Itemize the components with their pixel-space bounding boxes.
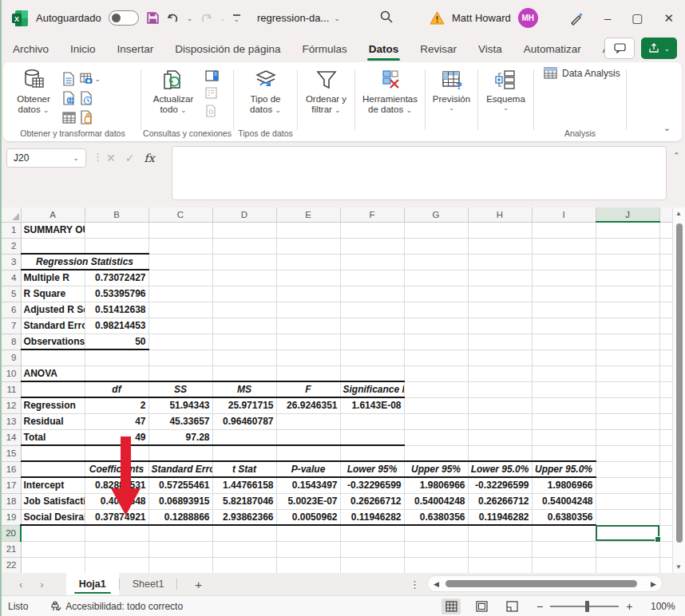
cell-J12[interactable] bbox=[596, 397, 659, 413]
cell-C14[interactable]: 97.28 bbox=[148, 429, 212, 445]
tab-datos[interactable]: Datos bbox=[369, 43, 399, 55]
row-header-21[interactable]: 21 bbox=[0, 541, 21, 557]
cell-F2[interactable] bbox=[340, 238, 404, 254]
cell-A1[interactable]: SUMMARY OUTPUT bbox=[21, 222, 85, 238]
cell-F16[interactable]: Lower 95% bbox=[340, 461, 404, 477]
cell-F21[interactable] bbox=[340, 541, 404, 557]
sort-filter-button[interactable]: Ordenar y filtrar ⌄ bbox=[298, 62, 354, 116]
share-button[interactable]: ⌄ bbox=[641, 38, 677, 59]
outline-button[interactable]: Esquema ⌄ bbox=[478, 62, 533, 112]
cell-F9[interactable] bbox=[340, 349, 404, 365]
cell-E19[interactable]: 0.0050962 bbox=[276, 509, 340, 525]
zoom-level[interactable]: 100% bbox=[651, 601, 675, 612]
cell-E11[interactable]: F bbox=[276, 381, 340, 397]
cell-A17[interactable]: Intercept bbox=[21, 477, 85, 493]
row-header-19[interactable]: 19 bbox=[0, 509, 21, 525]
tab-bar-options-icon[interactable]: ⋮ bbox=[410, 578, 420, 590]
zoom-slider[interactable] bbox=[550, 606, 619, 607]
sheet-tab-hoja1[interactable]: Hoja1 bbox=[66, 573, 119, 595]
cell-I12[interactable] bbox=[532, 397, 596, 413]
from-picture-icon[interactable]: ⌄ bbox=[80, 69, 101, 89]
cell-H11[interactable] bbox=[468, 381, 532, 397]
normal-view-button[interactable] bbox=[441, 598, 461, 614]
cell-C10[interactable] bbox=[148, 365, 212, 381]
cell-H12[interactable] bbox=[468, 397, 532, 413]
cell-H7[interactable] bbox=[468, 318, 532, 334]
cell-E1[interactable] bbox=[276, 222, 340, 238]
cell-J15[interactable] bbox=[596, 445, 659, 461]
cell-F13[interactable] bbox=[340, 413, 404, 429]
cell-D2[interactable] bbox=[212, 238, 276, 254]
cell-E20[interactable] bbox=[276, 525, 340, 541]
cell-A13[interactable]: Residual bbox=[21, 413, 85, 429]
cell-J16[interactable] bbox=[596, 461, 659, 477]
select-all-corner[interactable] bbox=[0, 207, 21, 222]
row-header-3[interactable]: 3 bbox=[0, 254, 21, 270]
cell-G16[interactable]: Upper 95% bbox=[404, 461, 468, 477]
cell-C1[interactable] bbox=[148, 222, 212, 238]
cell-E9[interactable] bbox=[276, 349, 340, 365]
scroll-right-icon[interactable]: ▶ bbox=[651, 580, 656, 588]
cell-G9[interactable] bbox=[404, 349, 468, 365]
cell-A9[interactable] bbox=[21, 349, 85, 365]
cell-C15[interactable] bbox=[148, 445, 212, 461]
cell-I4[interactable] bbox=[532, 270, 596, 286]
row-header-1[interactable]: 1 bbox=[0, 222, 21, 238]
cell-H3[interactable] bbox=[468, 254, 532, 270]
tab-disposición-de-página[interactable]: Disposición de página bbox=[175, 43, 280, 55]
cell-D4[interactable] bbox=[212, 270, 276, 286]
cell-G20[interactable] bbox=[404, 525, 468, 541]
namebox-resize-handle[interactable]: ⋮ bbox=[93, 151, 103, 163]
cell-I16[interactable]: Upper 95.0% bbox=[532, 461, 596, 477]
row-header-22[interactable]: 22 bbox=[0, 557, 21, 573]
from-text-csv-icon[interactable] bbox=[62, 69, 80, 89]
cell-J10[interactable] bbox=[596, 365, 659, 381]
cell-D15[interactable] bbox=[212, 445, 276, 461]
cell-B22[interactable] bbox=[85, 557, 148, 573]
cell-F19[interactable]: 0.11946282 bbox=[340, 509, 404, 525]
cell-G17[interactable]: 1.9806966 bbox=[404, 477, 468, 493]
cell-C4[interactable] bbox=[148, 270, 212, 286]
cell-D17[interactable]: 1.44766158 bbox=[212, 477, 276, 493]
cell-G1[interactable] bbox=[404, 222, 468, 238]
cell-D21[interactable] bbox=[212, 541, 276, 557]
page-break-view-button[interactable] bbox=[502, 598, 521, 614]
cell-G10[interactable] bbox=[404, 365, 468, 381]
tab-archivo[interactable]: Archivo bbox=[13, 43, 49, 55]
cell-A6[interactable]: Adjusted R Square bbox=[21, 302, 85, 318]
cell-A21[interactable] bbox=[21, 541, 85, 557]
accessibility-status[interactable]: Accesibilidad: todo correcto bbox=[50, 601, 183, 612]
cell-F3[interactable] bbox=[340, 254, 404, 270]
cell-H17[interactable]: -0.32296599 bbox=[468, 477, 532, 493]
cell-F5[interactable] bbox=[340, 286, 404, 302]
cell-I19[interactable]: 0.6380356 bbox=[532, 509, 596, 525]
column-header-A[interactable]: A bbox=[21, 207, 85, 222]
cell-I1[interactable] bbox=[532, 222, 596, 238]
cell-F15[interactable] bbox=[340, 445, 404, 461]
cell-E12[interactable]: 26.9246351 bbox=[276, 397, 340, 413]
cell-A10[interactable]: ANOVA bbox=[21, 365, 85, 381]
row-header-16[interactable]: 16 bbox=[0, 461, 21, 477]
cell-J7[interactable] bbox=[596, 318, 659, 334]
insert-function-icon[interactable]: fx bbox=[144, 152, 154, 164]
cell-G4[interactable] bbox=[404, 270, 468, 286]
cell-F10[interactable] bbox=[340, 365, 404, 381]
cell-D12[interactable]: 25.971715 bbox=[212, 397, 276, 413]
vertical-scrollbar-thumb[interactable] bbox=[676, 223, 683, 543]
cell-C19[interactable]: 0.1288866 bbox=[148, 509, 212, 525]
cell-B7[interactable]: 0.98214453 bbox=[85, 318, 148, 334]
column-header-H[interactable]: H bbox=[468, 207, 532, 222]
cell-I15[interactable] bbox=[532, 445, 596, 461]
cell-H14[interactable] bbox=[468, 429, 532, 445]
cell-C20[interactable] bbox=[148, 525, 212, 541]
cell-C8[interactable] bbox=[148, 334, 212, 349]
column-header-J[interactable]: J bbox=[596, 207, 659, 222]
cell-H1[interactable] bbox=[468, 222, 532, 238]
tab-automatizar[interactable]: Automatizar bbox=[524, 43, 581, 55]
cell-E13[interactable] bbox=[276, 413, 340, 429]
row-header-18[interactable]: 18 bbox=[0, 493, 21, 509]
cell-I5[interactable] bbox=[532, 286, 596, 302]
maximize-button[interactable]: ▢ bbox=[632, 11, 643, 26]
cell-C17[interactable]: 0.57255461 bbox=[148, 477, 212, 493]
cell-E2[interactable] bbox=[276, 238, 340, 254]
